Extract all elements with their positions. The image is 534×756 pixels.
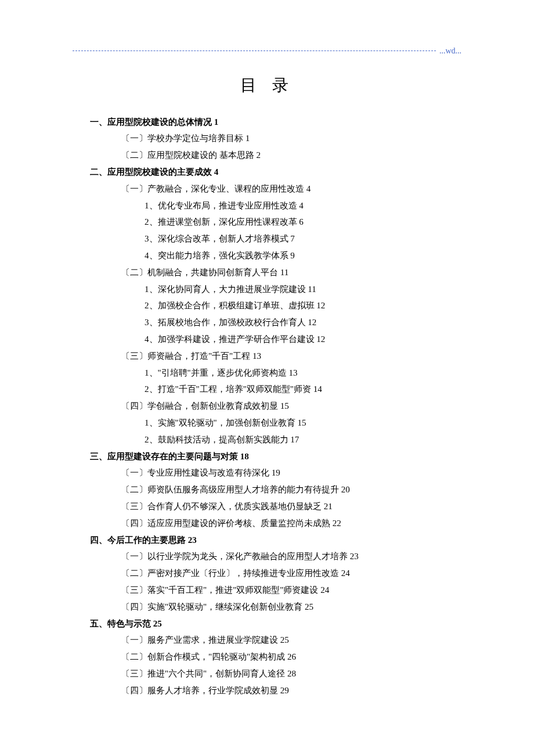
toc-title: 目 录	[73, 70, 461, 101]
toc-sub-item: 〔一〕产教融合，深化专业、课程的应用性改造 4	[121, 181, 461, 197]
toc-sub-item: 〔四〕实施"双轮驱动"，继续深化创新创业教育 25	[121, 599, 461, 615]
toc-sub-item: 〔四〕适应应用型建设的评价考核、质量监控尚未成熟 22	[121, 515, 461, 532]
toc-sub-item: 〔三〕师资融合，打造"千百"工程 13	[121, 348, 461, 365]
toc-sub-item: 〔二〕师资队伍服务高级应用型人才培养的能力有待提升 20	[121, 481, 461, 498]
toc-container: 一、应用型院校建设的总体情况 1〔一〕学校办学定位与培养目标 1〔二〕应用型院校…	[73, 114, 461, 699]
toc-sub-sub-item: 3、深化综合改革，创新人才培养模式 7	[145, 231, 461, 247]
toc-sub-item: 〔三〕落实"千百工程"，推进"双师双能型"师资建设 24	[121, 582, 461, 599]
toc-sub-item: 〔一〕学校办学定位与培养目标 1	[121, 130, 461, 147]
toc-sub-sub-item: 1、优化专业布局，推进专业应用性改造 4	[145, 197, 461, 214]
toc-sub-item: 〔二〕应用型院校建设的 基本思路 2	[121, 147, 461, 164]
toc-sub-item: 〔一〕专业应用性建设与改造有待深化 19	[121, 465, 461, 481]
toc-sub-item: 〔一〕服务产业需求，推进展业学院建设 25	[121, 632, 461, 649]
toc-sub-sub-item: 2、加强校企合作，积极组建订单班、虚拟班 12	[145, 297, 461, 314]
toc-sub-sub-item: 1、实施"双轮驱动"，加强创新创业教育 15	[145, 415, 461, 431]
toc-sub-sub-item: 3、拓展校地合作，加强校政校行合作育人 12	[145, 314, 461, 331]
header-wd-text: ...wd...	[439, 44, 461, 59]
toc-sub-item: 〔四〕服务人才培养，行业学院成效初显 29	[121, 682, 461, 699]
toc-sub-item: 〔三〕合作育人仍不够深入，优质实践基地仍显缺乏 21	[121, 498, 461, 515]
header-watermark-line: ...wd...	[73, 44, 461, 59]
header-dashes	[73, 51, 436, 51]
document-page: ...wd... 目 录 一、应用型院校建设的总体情况 1〔一〕学校办学定位与培…	[0, 0, 534, 756]
toc-sub-sub-item: 1、"引培聘"并重，逐步优化师资构造 13	[145, 365, 461, 381]
toc-sub-item: 〔二〕严密对接产业〔行业〕，持续推进专业应用性改造 24	[121, 565, 461, 582]
toc-section-heading: 四、今后工作的主要思路 23	[90, 532, 461, 549]
toc-sub-sub-item: 4、突出能力培养，强化实践教学体系 9	[145, 247, 461, 264]
toc-sub-sub-item: 2、鼓励科技活动，提高创新实践能力 17	[145, 431, 461, 448]
toc-sub-item: 〔二〕创新合作模式，"四轮驱动"架构初成 26	[121, 649, 461, 665]
toc-sub-item: 〔四〕学创融合，创新创业教育成效初显 15	[121, 398, 461, 415]
toc-sub-sub-item: 4、加强学科建设，推进产学研合作平台建设 12	[145, 331, 461, 348]
toc-sub-sub-item: 1、深化协同育人，大力推进展业学院建设 11	[145, 281, 461, 298]
toc-sub-item: 〔一〕以行业学院为龙头，深化产教融合的应用型人才培养 23	[121, 548, 461, 565]
toc-sub-item: 〔三〕推进"六个共同"，创新协同育人途径 28	[121, 665, 461, 682]
toc-section-heading: 三、应用型建设存在的主要问题与对策 18	[90, 448, 461, 465]
toc-sub-item: 〔二〕机制融合，共建协同创新育人平台 11	[121, 264, 461, 281]
toc-sub-sub-item: 2、打造"千百"工程，培养"双师双能型"师资 14	[145, 381, 461, 398]
toc-section-heading: 一、应用型院校建设的总体情况 1	[90, 114, 461, 131]
toc-section-heading: 二、应用型院校建设的主要成效 4	[90, 164, 461, 181]
toc-sub-sub-item: 2、推进课堂创新，深化应用性课程改革 6	[145, 214, 461, 231]
toc-section-heading: 五、特色与示范 25	[90, 615, 461, 632]
